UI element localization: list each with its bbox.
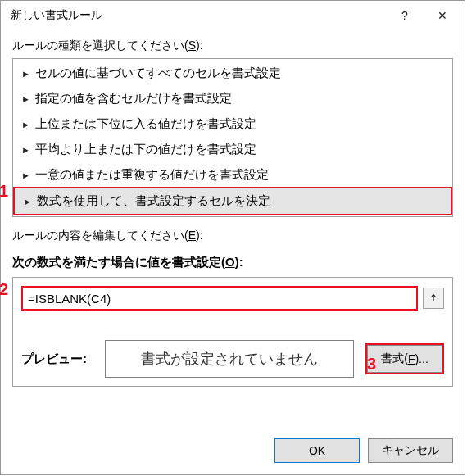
rule-type-item-selected[interactable]: ►数式を使用して、書式設定するセルを決定 xyxy=(13,187,452,215)
rule-type-item[interactable]: ►一意の値または重複する値だけを書式設定 xyxy=(13,162,452,188)
triangle-icon: ► xyxy=(21,69,30,79)
help-button[interactable]: ? xyxy=(386,2,424,29)
annotation-marker-3: 3 xyxy=(367,355,376,374)
annotation-marker-1: 1 xyxy=(0,182,8,201)
range-selector-button[interactable]: ↥ xyxy=(423,288,444,309)
rule-type-item[interactable]: ►セルの値に基づいてすべてのセルを書式設定 xyxy=(13,61,452,86)
formula-row: ↥ xyxy=(21,286,444,311)
formula-input[interactable] xyxy=(21,286,418,311)
preview-label: プレビュー: xyxy=(21,351,93,367)
collapse-icon: ↥ xyxy=(429,292,438,304)
rule-type-item[interactable]: ►指定の値を含むセルだけを書式設定 xyxy=(13,86,452,111)
dialog-buttons: OK キャンセル xyxy=(1,430,465,474)
new-format-rule-dialog: 新しい書式ルール ? ✕ 1 2 3 ルールの種類を選択してください(S): ►… xyxy=(0,0,465,475)
close-button[interactable]: ✕ xyxy=(424,2,461,29)
preview-row: プレビュー: 書式が設定されていません 書式(F)... xyxy=(21,340,444,378)
annotation-marker-2: 2 xyxy=(0,280,8,299)
dialog-content: 1 2 3 ルールの種類を選択してください(S): ►セルの値に基づいてすべての… xyxy=(1,30,465,430)
edit-rule-label: ルールの内容を編集してください(E): xyxy=(12,229,453,243)
ok-button[interactable]: OK xyxy=(274,438,360,463)
rule-type-list[interactable]: ►セルの値に基づいてすべてのセルを書式設定 ►指定の値を含むセルだけを書式設定 … xyxy=(12,58,453,217)
triangle-icon: ► xyxy=(21,94,30,104)
formula-section: ↥ プレビュー: 書式が設定されていません 書式(F)... xyxy=(12,277,453,387)
cancel-button[interactable]: キャンセル xyxy=(368,438,453,463)
triangle-icon: ► xyxy=(21,170,30,180)
triangle-icon: ► xyxy=(21,145,30,155)
rule-type-label: ルールの種類を選択してください(S): xyxy=(12,39,453,53)
preview-box: 書式が設定されていません xyxy=(105,340,354,378)
format-button[interactable]: 書式(F)... xyxy=(365,343,444,374)
triangle-icon: ► xyxy=(23,197,32,206)
rule-type-item[interactable]: ►上位または下位に入る値だけを書式設定 xyxy=(13,111,452,137)
dialog-title: 新しい書式ルール xyxy=(11,8,386,23)
rule-type-item[interactable]: ►平均より上または下の値だけを書式設定 xyxy=(13,137,452,162)
triangle-icon: ► xyxy=(21,120,30,129)
titlebar: 新しい書式ルール ? ✕ xyxy=(1,1,465,30)
formula-label: 次の数式を満たす場合に値を書式設定(O): xyxy=(12,255,453,270)
